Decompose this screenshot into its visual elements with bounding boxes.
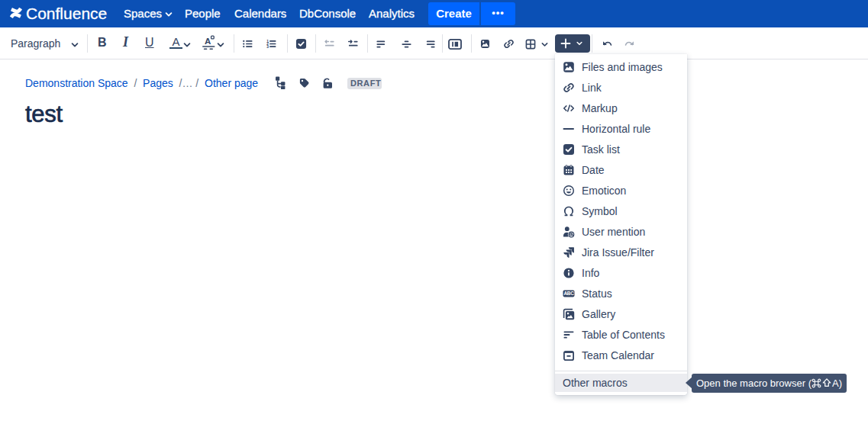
svg-text:A: A: [205, 37, 211, 46]
